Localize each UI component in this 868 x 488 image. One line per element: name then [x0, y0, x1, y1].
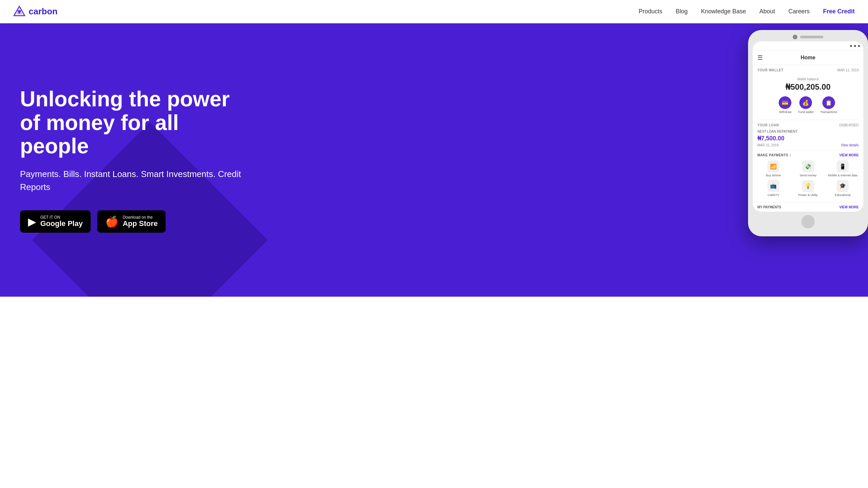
payments-title: MAKE PAYMENTS: [757, 153, 788, 157]
loan-footer: MAR 31, 2019 View details: [757, 143, 859, 147]
nav-link-careers[interactable]: Careers: [788, 8, 810, 15]
navbar: carbon Products Blog Knowledge Base Abou…: [0, 0, 868, 23]
my-payments-label: MY PAYMENTS: [757, 205, 781, 209]
payments-header: MAKE PAYMENTS ℹ VIEW MORE: [757, 153, 859, 157]
airtime-label: Buy airtime: [766, 174, 781, 177]
brand-name: carbon: [29, 6, 58, 17]
transactions-label: Transactions: [820, 110, 837, 114]
power-utility-label: Power & Utility: [798, 193, 818, 197]
payment-item-airtime[interactable]: 📶 Buy airtime: [757, 160, 789, 177]
payments-view-more[interactable]: VIEW MORE: [839, 153, 859, 157]
nav-links: Products Blog Knowledge Base About Caree…: [639, 8, 855, 15]
hamburger-icon: ☰: [757, 54, 763, 61]
nav-item-blog[interactable]: Blog: [676, 8, 688, 15]
wallet-label: YOUR WALLET: [757, 68, 783, 72]
loan-date: MAR 31, 2019: [757, 143, 779, 147]
loan-title: YOUR LOAN: [757, 123, 779, 127]
loan-view-details[interactable]: View details: [841, 143, 859, 147]
educational-icon: 🎓: [837, 180, 849, 192]
loan-header: YOUR LOAN DISBURSED: [757, 123, 859, 127]
app-store-text: Download on the App Store: [123, 215, 158, 228]
google-play-icon: ▶: [28, 215, 36, 228]
nav-item-products[interactable]: Products: [639, 8, 662, 15]
educational-label: Educational: [835, 193, 850, 197]
wallet-action-withdraw[interactable]: 💳 Withdraw: [779, 96, 792, 114]
cable-tv-label: CableTV: [767, 193, 779, 197]
phone-screen: ☰ Home YOUR WALLET MAR 11, 2019 Wallet b…: [753, 41, 863, 212]
wallet-section: YOUR WALLET MAR 11, 2019 Wallet balance …: [753, 65, 863, 120]
logo-link[interactable]: carbon: [13, 6, 58, 18]
payment-item-educational[interactable]: 🎓 Educational: [827, 180, 859, 197]
power-utility-icon: 💡: [802, 180, 814, 192]
payment-item-mobile-internet[interactable]: 📱 Mobile & Internet data: [827, 160, 859, 177]
withdraw-icon: 💳: [779, 96, 792, 109]
payments-info-icon: ℹ: [790, 153, 791, 157]
nav-item-knowledge-base[interactable]: Knowledge Base: [701, 8, 746, 15]
my-payments-bar: MY PAYMENTS VIEW MORE: [753, 202, 863, 212]
loan-amount: ₦7,500.00: [757, 135, 859, 142]
cable-tv-icon: 📺: [767, 180, 779, 192]
payments-grid: 📶 Buy airtime 💸 Send money 📱 Mobile & In…: [757, 160, 859, 197]
phone-top-bar: [753, 35, 863, 39]
google-play-button[interactable]: ▶ GET IT ON Google Play: [20, 210, 91, 232]
loan-section: YOUR LOAN DISBURSED NEXT LOAN REPAYMENT …: [753, 120, 863, 150]
hero-section: Unlocking the power of money for all peo…: [0, 23, 868, 297]
wallet-action-fund[interactable]: 💰 Fund wallet: [798, 96, 813, 114]
app-screen: ☰ Home YOUR WALLET MAR 11, 2019 Wallet b…: [753, 51, 863, 212]
app-header-title: Home: [801, 55, 815, 61]
status-indicator-3: [858, 45, 860, 47]
phone-speaker: [800, 36, 823, 38]
my-payments-view-more[interactable]: VIEW MORE: [839, 205, 859, 209]
hero-subtitle: Payments. Bills. Instant Loans. Smart In…: [20, 168, 253, 194]
nav-item-free-credit[interactable]: Free Credit: [823, 8, 855, 15]
mobile-internet-icon: 📱: [837, 160, 849, 172]
nav-item-about[interactable]: About: [760, 8, 775, 15]
phone-camera: [793, 35, 797, 39]
phone-mockup: ☰ Home YOUR WALLET MAR 11, 2019 Wallet b…: [748, 30, 868, 236]
app-header: ☰ Home: [753, 51, 863, 65]
wallet-card: Wallet balance ₦500,205.00 💳 Withdraw 💰 …: [757, 75, 859, 118]
nav-item-careers[interactable]: Careers: [788, 8, 810, 15]
status-indicator: [850, 45, 852, 47]
nav-link-free-credit[interactable]: Free Credit: [823, 8, 855, 15]
payment-item-cable-tv[interactable]: 📺 CableTV: [757, 180, 789, 197]
payments-title-group: MAKE PAYMENTS ℹ: [757, 153, 791, 157]
nav-link-about[interactable]: About: [760, 8, 775, 15]
mobile-internet-label: Mobile & Internet data: [828, 174, 857, 177]
loan-repayment-label: NEXT LOAN REPAYMENT: [757, 130, 859, 133]
send-money-label: Send money: [800, 174, 817, 177]
logo-icon: [13, 6, 25, 18]
payment-item-send-money[interactable]: 💸 Send money: [792, 160, 824, 177]
phone-home-button: [801, 215, 815, 228]
hero-title: Unlocking the power of money for all peo…: [20, 87, 253, 158]
send-money-icon: 💸: [802, 160, 814, 172]
payment-item-power[interactable]: 💡 Power & Utility: [792, 180, 824, 197]
fund-wallet-icon: 💰: [799, 96, 812, 109]
app-store-button[interactable]: 🍎 Download on the App Store: [97, 210, 165, 232]
apple-icon: 🍎: [105, 215, 119, 228]
google-play-text: GET IT ON Google Play: [40, 215, 83, 228]
loan-status: DISBURSED: [839, 123, 859, 127]
nav-link-products[interactable]: Products: [639, 8, 662, 15]
wallet-action-transactions[interactable]: 📋 Transactions: [820, 96, 837, 114]
phone-outer: ☰ Home YOUR WALLET MAR 11, 2019 Wallet b…: [748, 30, 868, 236]
wallet-actions: 💳 Withdraw 💰 Fund wallet 📋 Transactions: [757, 96, 859, 114]
hero-content: Unlocking the power of money for all peo…: [20, 87, 253, 232]
status-indicator-2: [854, 45, 856, 47]
nav-link-knowledge-base[interactable]: Knowledge Base: [701, 8, 746, 15]
wallet-balance-label: Wallet balance: [757, 77, 859, 81]
app-buttons: ▶ GET IT ON Google Play 🍎 Download on th…: [20, 210, 253, 232]
wallet-amount: ₦500,205.00: [757, 82, 859, 92]
wallet-section-header: YOUR WALLET MAR 11, 2019: [757, 68, 859, 72]
phone-status-bar: [753, 41, 863, 51]
wallet-date: MAR 11, 2019: [837, 68, 859, 72]
withdraw-label: Withdraw: [779, 110, 792, 114]
payments-section: MAKE PAYMENTS ℹ VIEW MORE 📶 Buy airtime: [753, 151, 863, 202]
airtime-icon: 📶: [767, 160, 779, 172]
nav-link-blog[interactable]: Blog: [676, 8, 688, 15]
fund-wallet-label: Fund wallet: [798, 110, 813, 114]
transactions-icon: 📋: [823, 96, 835, 109]
